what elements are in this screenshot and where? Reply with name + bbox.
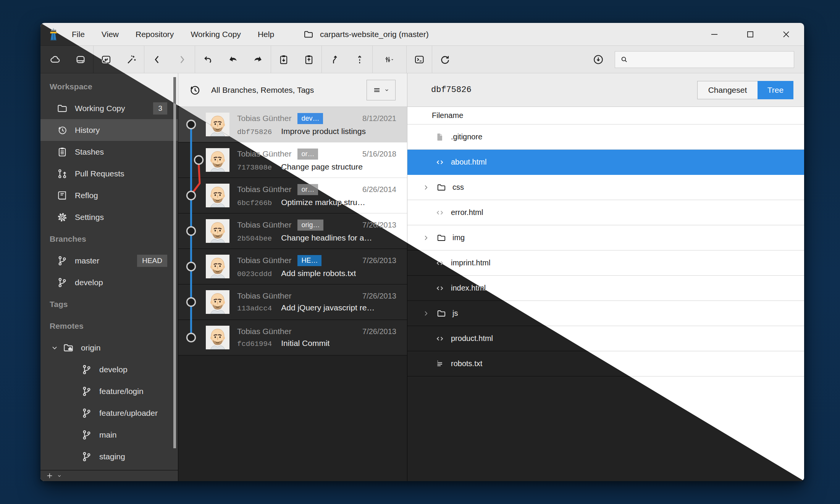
commit-row[interactable]: Tobias Günther7/26/2013113adcc4Add jQuer…: [178, 284, 407, 320]
folder-row[interactable]: img: [407, 225, 804, 250]
terminal-icon[interactable]: [407, 49, 432, 70]
download-circle-icon[interactable]: [586, 49, 611, 70]
chevron-right-icon[interactable]: [422, 234, 430, 242]
menubar: File View Repository Working Copy Help: [72, 30, 274, 39]
clipboard-up-icon[interactable]: [296, 49, 321, 70]
commit-author: Tobias Günther: [237, 327, 291, 336]
branch-badge: orig…: [297, 220, 323, 231]
menu-working-copy[interactable]: Working Copy: [191, 30, 241, 39]
branch-icon: [81, 407, 92, 419]
commit-author: Tobias Günther: [237, 291, 291, 300]
sidebar-item-stashes[interactable]: Stashes: [40, 141, 178, 163]
sidebar-item-branch-develop[interactable]: develop: [40, 271, 178, 293]
plus-icon[interactable]: [46, 472, 53, 480]
text-file-icon: [435, 359, 445, 369]
head-badge: HE…: [297, 255, 321, 266]
chevron-right-icon[interactable]: [422, 309, 430, 318]
menu-repository[interactable]: Repository: [136, 30, 174, 39]
commit-row[interactable]: Tobias Günther7/26/2013fcd61994Initial C…: [178, 320, 407, 355]
file-name: error.html: [451, 208, 483, 217]
sidebar-header-branches: Branches: [40, 228, 178, 250]
commit-hash: fcd61994: [237, 340, 272, 348]
branch-icon: [81, 364, 92, 375]
search-box: [615, 51, 794, 68]
chevron-right-icon[interactable]: [422, 183, 430, 192]
working-copy-count-badge: 3: [153, 102, 167, 115]
file-row[interactable]: imprint.html: [407, 250, 804, 276]
sidebar-item-branch-master[interactable]: master HEAD: [40, 250, 178, 271]
sidebar-header-remotes: Remotes: [40, 315, 178, 337]
sidebar-item-pull-requests[interactable]: Pull Requests: [40, 163, 178, 184]
file-row[interactable]: error.html: [407, 200, 804, 225]
folder-row[interactable]: css: [407, 175, 804, 200]
commit-date: 7/26/2013: [362, 292, 396, 300]
commit-author: Tobias Günther: [237, 185, 291, 194]
sidebar-footer: [40, 470, 178, 481]
sidebar-item-remote-origin[interactable]: origin: [40, 337, 178, 359]
refresh-icon[interactable]: [432, 49, 457, 70]
menu-view[interactable]: View: [102, 30, 119, 39]
head-badge: HEAD: [137, 255, 167, 267]
sidebar-item-history[interactable]: History: [40, 119, 178, 141]
commit-message: Change headlines for a…: [281, 233, 372, 242]
filename-column-header[interactable]: Filename: [407, 107, 804, 124]
sidebar-item-origin-main[interactable]: main: [40, 424, 178, 446]
file-row-selected[interactable]: about.html: [407, 150, 804, 175]
sidebar-item-working-copy[interactable]: Working Copy 3: [40, 97, 178, 119]
pull-arrow-icon[interactable]: [220, 49, 246, 70]
chevron-down-icon[interactable]: [50, 344, 59, 352]
sidebar-item-origin-staging[interactable]: staging: [40, 446, 178, 467]
history-options-button[interactable]: [367, 80, 396, 100]
back-icon[interactable]: [144, 49, 170, 70]
commit-row[interactable]: Tobias GüntherHE…7/26/20130023cdddAdd si…: [178, 249, 407, 284]
search-icon: [620, 55, 629, 64]
search-input[interactable]: [632, 55, 789, 64]
clipboard-down-icon[interactable]: [271, 49, 296, 70]
close-button[interactable]: [768, 23, 804, 46]
commit-date: 8/12/2021: [362, 114, 396, 123]
menu-help[interactable]: Help: [258, 30, 274, 39]
branch-icon: [57, 277, 68, 288]
menu-file[interactable]: File: [72, 30, 85, 39]
push-arrow-icon[interactable]: [246, 49, 271, 70]
commit-author: Tobias Günther: [237, 256, 291, 265]
sidebar-scrollbar[interactable]: [173, 77, 176, 448]
branch-icon: [81, 451, 92, 462]
sidebar: Workspace Working Copy 3 History Stashes: [40, 73, 178, 481]
view-switcher: Changeset Tree: [697, 81, 793, 99]
branch-icon: [81, 429, 92, 441]
undo-arrow-icon[interactable]: [195, 49, 220, 70]
folder-icon: [436, 233, 446, 243]
changeset-button[interactable]: Changeset: [697, 81, 758, 99]
cloud-icon[interactable]: [43, 49, 68, 70]
commit-date: 7/26/2013: [362, 327, 396, 336]
rebase-dashed-arrow-icon[interactable]: [347, 49, 372, 70]
desktop-background: File View Repository Working Copy Help c…: [0, 0, 840, 504]
forward-icon[interactable]: [170, 49, 195, 70]
history-icon: [57, 124, 68, 136]
commit-message: Change page structure: [281, 162, 363, 171]
minimize-button[interactable]: [696, 23, 732, 46]
compare-sliders-icon[interactable]: [373, 49, 406, 70]
sidebar-item-settings[interactable]: Settings: [40, 206, 178, 228]
wand-icon[interactable]: [119, 49, 144, 70]
pull-request-icon: [57, 168, 68, 179]
commit-message: Improve product listings: [281, 127, 366, 136]
maximize-button[interactable]: [732, 23, 768, 46]
file-row[interactable]: .gitignore: [407, 124, 804, 150]
file-name: imprint.html: [451, 258, 490, 267]
toolbar: [40, 46, 804, 73]
file-name: product.html: [451, 334, 493, 343]
sidebar-item-origin-develop[interactable]: develop: [40, 359, 178, 380]
sidebar-item-origin-feature-login[interactable]: feature/login: [40, 380, 178, 402]
file-name: .gitignore: [451, 132, 482, 141]
sidebar-item-origin-feature-uploader[interactable]: feature/uploader: [40, 402, 178, 424]
sidebar-item-reflog[interactable]: Reflog: [40, 184, 178, 206]
commit-author: Tobias Günther: [237, 220, 291, 229]
tree-button[interactable]: Tree: [758, 81, 793, 99]
folder-name: img: [452, 233, 465, 242]
avatar: [206, 148, 229, 172]
merge-arrow-icon[interactable]: [322, 49, 347, 70]
window-title: carparts-website_orig (master): [303, 23, 429, 46]
chevron-down-icon[interactable]: [57, 473, 62, 479]
